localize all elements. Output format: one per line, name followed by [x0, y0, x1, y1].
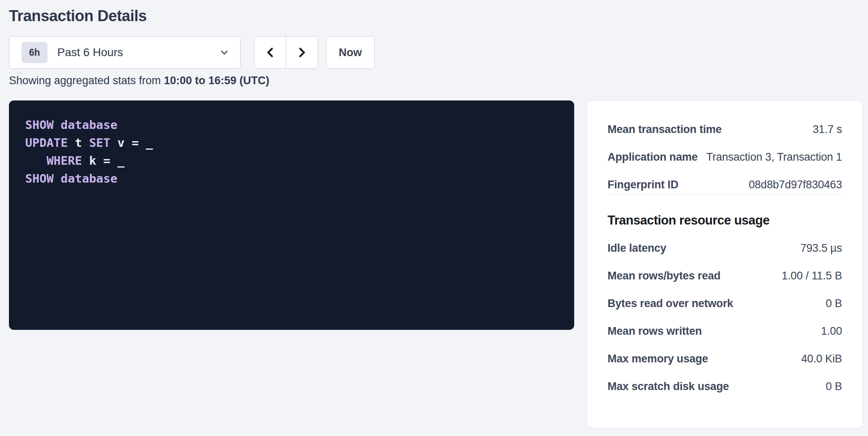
- stat-value: 1.00 / 11.5 B: [781, 269, 842, 282]
- stats-summary-prefix: Showing aggregated stats from: [9, 74, 164, 87]
- stat-label: Mean rows/bytes read: [608, 269, 729, 282]
- main-content: SHOW databaseUPDATE t SET v = _ WHERE k …: [9, 100, 863, 428]
- chevron-left-icon: [264, 46, 276, 59]
- next-time-button[interactable]: [286, 37, 318, 68]
- stat-row: Application nameTransaction 3, Transacti…: [608, 150, 842, 164]
- card-divider: [608, 194, 842, 195]
- stat-row: Mean rows/bytes read1.00 / 11.5 B: [608, 269, 842, 282]
- stat-label: Application name: [608, 150, 706, 164]
- sql-statement-box: SHOW databaseUPDATE t SET v = _ WHERE k …: [9, 100, 574, 330]
- time-range-badge: 6h: [22, 42, 48, 63]
- time-nav-group: [254, 36, 318, 69]
- page-title: Transaction Details: [9, 7, 863, 25]
- chevron-down-icon: [219, 47, 230, 58]
- stat-value: 1.00: [821, 325, 842, 338]
- sql-code: SHOW databaseUPDATE t SET v = _ WHERE k …: [25, 116, 558, 187]
- stat-label: Idle latency: [608, 242, 675, 255]
- time-controls: 6h Past 6 Hours Now: [9, 36, 863, 69]
- resource-rows: Idle latency793.5 µsMean rows/bytes read…: [608, 242, 842, 393]
- stat-value: 0 B: [826, 380, 842, 393]
- time-range-dropdown[interactable]: 6h Past 6 Hours: [9, 36, 241, 69]
- summary-card: Mean transaction time31.7 sApplication n…: [587, 100, 863, 428]
- stat-label: Bytes read over network: [608, 297, 741, 310]
- stat-label: Max memory usage: [608, 352, 716, 365]
- stat-row: Idle latency793.5 µs: [608, 242, 842, 255]
- stat-row: Mean transaction time31.7 s: [608, 123, 842, 136]
- stat-label: Max scratch disk usage: [608, 380, 737, 393]
- stat-value: 793.5 µs: [800, 242, 842, 255]
- sql-line: UPDATE t SET v = _: [25, 134, 558, 152]
- stats-summary-range: 10:00 to 16:59 (UTC): [164, 74, 269, 87]
- stat-label: Mean rows written: [608, 325, 710, 338]
- overview-rows: Mean transaction time31.7 sApplication n…: [608, 123, 842, 191]
- stat-value: 0 B: [826, 297, 842, 310]
- chevron-right-icon: [296, 46, 308, 59]
- stat-row: Fingerprint ID08d8b7d97f830463: [608, 178, 842, 191]
- prev-time-button[interactable]: [254, 37, 286, 68]
- transaction-details-page: Transaction Details 6h Past 6 Hours Now …: [0, 0, 868, 436]
- stats-summary-text: Showing aggregated stats from 10:00 to 1…: [9, 74, 863, 87]
- sql-line: SHOW database: [25, 116, 558, 134]
- time-range-label: Past 6 Hours: [57, 46, 219, 59]
- stat-row: Max scratch disk usage0 B: [608, 380, 842, 393]
- stat-label: Fingerprint ID: [608, 178, 686, 191]
- stat-row: Bytes read over network0 B: [608, 297, 842, 310]
- stat-value: 08d8b7d97f830463: [749, 178, 842, 191]
- stat-label: Mean transaction time: [608, 123, 730, 136]
- stat-value: 31.7 s: [813, 123, 842, 136]
- stat-row: Max memory usage40.0 KiB: [608, 352, 842, 365]
- stat-value: 40.0 KiB: [801, 352, 842, 365]
- sql-line: SHOW database: [25, 170, 558, 187]
- stat-value: Transaction 3, Transaction 1: [706, 150, 842, 164]
- stat-row: Mean rows written1.00: [608, 325, 842, 338]
- now-button[interactable]: Now: [326, 36, 375, 69]
- sql-line: WHERE k = _: [25, 152, 558, 170]
- resource-usage-heading: Transaction resource usage: [608, 213, 842, 228]
